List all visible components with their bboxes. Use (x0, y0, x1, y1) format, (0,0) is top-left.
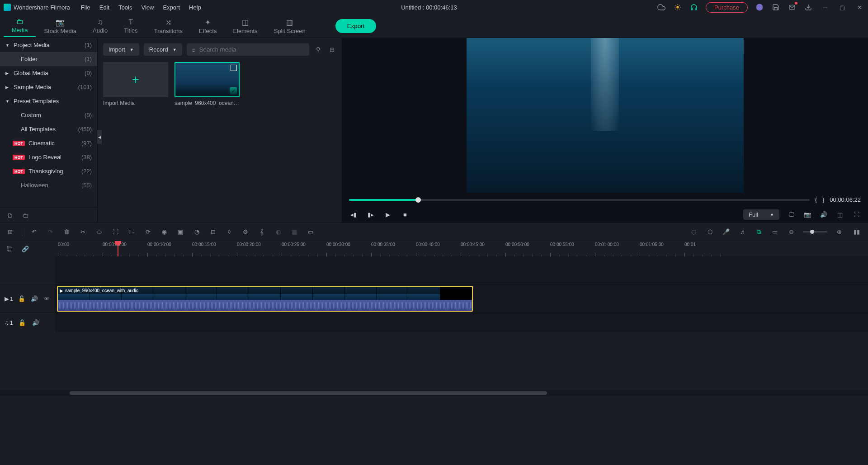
undo-button[interactable]: ↶ (29, 228, 38, 237)
record-dropdown[interactable]: Record▼ (144, 43, 182, 56)
tab-effects[interactable]: ✦Effects (191, 15, 225, 37)
cloud-icon[interactable] (657, 3, 666, 12)
tab-stock-media[interactable]: 📷Stock Media (36, 15, 85, 37)
mark-out-icon[interactable]: } (822, 196, 824, 203)
sidebar-item-global-media[interactable]: ▶Global Media(0) (0, 66, 97, 80)
detect-button[interactable]: ⊡ (208, 228, 217, 237)
import-dropdown[interactable]: Import▼ (103, 43, 139, 56)
prev-frame-button[interactable]: ◂▮ (349, 210, 358, 219)
menu-edit[interactable]: Edit (99, 4, 109, 11)
download-icon[interactable] (804, 3, 813, 12)
preview-video[interactable] (467, 38, 744, 193)
save-icon[interactable] (771, 3, 780, 12)
marker-icon[interactable]: ⬡ (705, 228, 714, 237)
play-button[interactable]: ▶ (383, 210, 392, 219)
voiceover-icon[interactable]: 🎤 (722, 228, 731, 237)
quality-dropdown[interactable]: Full▼ (743, 209, 779, 220)
audio-mixer-icon[interactable]: ♬ (738, 228, 747, 237)
headphones-icon[interactable] (689, 3, 698, 12)
mute-icon[interactable]: 🔊 (30, 294, 38, 304)
search-field[interactable] (199, 46, 304, 53)
mask-button[interactable]: ◊ (225, 228, 234, 237)
text-button[interactable]: T₊ (127, 228, 136, 237)
sidebar-item-project-media[interactable]: ▼Project Media(1) (0, 38, 97, 52)
delete-button[interactable]: 🗑 (62, 228, 71, 237)
audio-track-content[interactable] (55, 313, 868, 332)
menu-help[interactable]: Help (189, 4, 201, 11)
sidebar-item-sample-media[interactable]: ▶Sample Media(101) (0, 80, 97, 94)
redo-button[interactable]: ↷ (46, 228, 55, 237)
magnet-icon[interactable]: ⧉ (754, 228, 763, 237)
import-media-tile[interactable]: + Import Media (103, 62, 168, 106)
tab-audio[interactable]: ♫Audio (85, 15, 116, 37)
maximize-button[interactable]: ▢ (837, 2, 847, 12)
color-button[interactable]: ◉ (160, 228, 169, 237)
sidebar-item-preset-templates[interactable]: ▼Preset Templates (0, 94, 97, 108)
lock-icon[interactable]: 🔓 (18, 294, 26, 304)
link-toggle-icon[interactable]: 🔗 (21, 244, 30, 253)
zoom-out-button[interactable]: ⊖ (787, 228, 796, 237)
fullscreen-icon[interactable]: ⛶ (852, 210, 861, 219)
folder-icon[interactable]: 🗀 (21, 211, 30, 220)
minimize-button[interactable]: ─ (820, 2, 830, 12)
progress-thumb[interactable] (415, 197, 421, 203)
media-item-ocean[interactable]: ✓ sample_960x400_ocean_... (175, 62, 240, 106)
tab-media[interactable]: 🗀Media (4, 15, 36, 37)
sidebar-item-cinematic[interactable]: HOTCinematic(97) (0, 136, 97, 150)
visibility-icon[interactable]: 👁 (42, 294, 51, 304)
mute-icon[interactable]: 🔊 (31, 318, 40, 327)
layout-icon[interactable]: ⊞ (5, 228, 14, 237)
sidebar-item-folder[interactable]: Folder(1) (0, 52, 97, 66)
collapse-sidebar-button[interactable]: ◀ (97, 130, 102, 144)
sidebar-item-halloween[interactable]: Halloween(55) (0, 178, 97, 192)
new-folder-icon[interactable]: 🗋 (5, 211, 14, 220)
menu-export[interactable]: Export (163, 4, 180, 11)
menu-file[interactable]: File (81, 4, 90, 11)
sidebar-item-thanksgiving[interactable]: HOTThanksgiving(22) (0, 164, 97, 178)
sidebar-item-custom[interactable]: Custom(0) (0, 108, 97, 122)
lightbulb-icon[interactable] (673, 3, 682, 12)
adjust-button[interactable]: ⚙ (241, 228, 250, 237)
snapshot-icon[interactable]: 📷 (803, 210, 812, 219)
grid-view-icon[interactable]: ⊞ (327, 45, 336, 54)
tab-titles[interactable]: TTitles (116, 15, 146, 37)
export-button[interactable]: Export (335, 19, 377, 33)
zoom-slider[interactable] (803, 231, 827, 232)
filter-icon[interactable]: ⚲ (314, 45, 323, 54)
fit-icon[interactable]: ▮▮ (851, 228, 863, 237)
render-button[interactable]: ▦ (290, 228, 299, 237)
cut-button[interactable]: ✂ (78, 228, 87, 237)
play-pause-button[interactable]: ▮▸ (366, 210, 375, 219)
pip-icon[interactable]: ◫ (835, 210, 844, 219)
green-screen-button[interactable]: ▣ (176, 228, 185, 237)
scrollbar-thumb[interactable] (70, 391, 547, 395)
zoom-in-button[interactable]: ⊕ (835, 228, 844, 237)
motion-button[interactable]: ◐ (274, 228, 283, 237)
stop-button[interactable]: ■ (401, 210, 410, 219)
tab-elements[interactable]: ◫Elements (225, 15, 265, 37)
video-track-content[interactable]: ▶sample_960x400_ocean_with_audio (55, 285, 868, 313)
export-clip-button[interactable]: ▭ (306, 228, 315, 237)
tag-icon[interactable]: ⬭ (94, 228, 104, 237)
close-button[interactable]: ✕ (854, 2, 864, 12)
crop-button[interactable]: ⛶ (111, 228, 120, 237)
tab-split-screen[interactable]: ▥Split Screen (266, 15, 314, 37)
lock-icon[interactable]: 🔓 (18, 318, 27, 327)
purchase-button[interactable]: Purchase (706, 2, 748, 13)
volume-icon[interactable]: 🔊 (819, 210, 828, 219)
timeline-scrollbar[interactable] (0, 390, 868, 396)
mixer-icon[interactable]: ◌ (689, 228, 698, 237)
timeline-ruler[interactable]: ✂ 00:0000:00:05:0000:00:10:0000:00:15:00… (55, 241, 868, 256)
preview-progress-bar[interactable] (349, 199, 810, 201)
tab-transitions[interactable]: ⤭Transitions (146, 15, 191, 37)
sidebar-item-logo-reveal[interactable]: HOTLogo Reveal(38) (0, 150, 97, 164)
audio-button[interactable]: 𝄞 (257, 228, 266, 237)
mark-in-icon[interactable]: { (815, 196, 817, 203)
search-media-input[interactable]: ⌕ (187, 43, 309, 56)
sidebar-item-all-templates[interactable]: All Templates(450) (0, 122, 97, 136)
keyframe-button[interactable]: ◔ (192, 228, 201, 237)
zoom-thumb[interactable] (810, 230, 814, 234)
avatar-icon[interactable] (755, 3, 764, 12)
display-icon[interactable]: 🖵 (787, 210, 796, 219)
speed-button[interactable]: ⟳ (143, 228, 152, 237)
